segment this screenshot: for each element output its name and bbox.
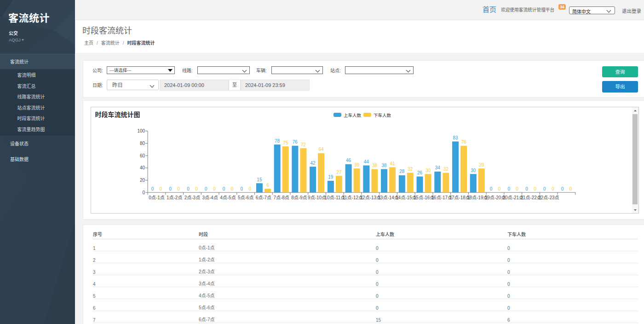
svg-text:76: 76	[461, 139, 466, 145]
svg-text:7点-8点: 7点-8点	[273, 195, 289, 200]
svg-text:0: 0	[213, 186, 215, 191]
svg-text:64: 64	[318, 147, 324, 152]
svg-text:0: 0	[498, 186, 500, 191]
svg-text:42: 42	[310, 160, 316, 165]
svg-text:0: 0	[561, 186, 564, 191]
svg-text:78: 78	[275, 138, 280, 143]
svg-text:0: 0	[248, 186, 251, 191]
svg-text:0: 0	[195, 186, 198, 191]
svg-text:34: 34	[435, 165, 440, 170]
svg-text:15: 15	[257, 177, 262, 182]
svg-text:0: 0	[177, 186, 180, 191]
svg-text:30: 30	[426, 168, 431, 173]
svg-text:0: 0	[222, 186, 225, 191]
svg-text:22点-23点: 22点-23点	[538, 195, 559, 200]
svg-text:0: 0	[551, 186, 554, 191]
svg-text:60: 60	[139, 153, 145, 158]
svg-text:0: 0	[569, 186, 572, 191]
svg-text:0: 0	[240, 186, 243, 191]
svg-text:46: 46	[346, 158, 351, 163]
svg-text:0: 0	[230, 186, 233, 191]
svg-text:44: 44	[363, 159, 369, 164]
svg-text:80: 80	[139, 140, 145, 145]
svg-text:72: 72	[300, 142, 306, 147]
svg-text:0: 0	[534, 186, 536, 191]
svg-text:20: 20	[139, 178, 145, 183]
svg-text:27: 27	[336, 169, 342, 174]
svg-text:4点-5点: 4点-5点	[220, 195, 236, 200]
svg-text:0: 0	[169, 186, 172, 191]
svg-text:1点-2点: 1点-2点	[166, 195, 182, 200]
svg-text:3点-4点: 3点-4点	[202, 195, 218, 200]
svg-text:0: 0	[142, 190, 145, 195]
svg-text:0: 0	[507, 186, 510, 191]
svg-text:32: 32	[408, 166, 413, 171]
svg-text:6点-7点: 6点-7点	[255, 195, 271, 200]
svg-text:0: 0	[543, 186, 546, 191]
svg-text:0: 0	[151, 186, 154, 191]
svg-text:32: 32	[443, 166, 448, 171]
svg-text:76: 76	[292, 139, 298, 145]
svg-text:9点-10点: 9点-10点	[308, 195, 326, 200]
svg-text:38: 38	[381, 162, 387, 168]
svg-text:28: 28	[399, 169, 405, 174]
svg-text:83: 83	[453, 135, 458, 140]
svg-text:30: 30	[471, 168, 476, 173]
svg-text:0点-1点: 0点-1点	[149, 195, 164, 200]
svg-text:19: 19	[328, 174, 334, 179]
svg-text:38: 38	[372, 162, 377, 168]
svg-text:0: 0	[525, 186, 528, 191]
svg-text:5点-6点: 5点-6点	[237, 195, 253, 200]
svg-text:6: 6	[266, 182, 269, 187]
svg-text:26: 26	[417, 170, 423, 175]
svg-text:0: 0	[187, 186, 190, 191]
svg-text:75: 75	[283, 140, 288, 145]
svg-text:40: 40	[139, 165, 145, 170]
svg-text:2点-3点: 2点-3点	[184, 195, 200, 200]
svg-text:0: 0	[489, 186, 492, 191]
svg-text:100: 100	[137, 128, 145, 133]
svg-text:8点-9点: 8点-9点	[291, 195, 307, 200]
svg-text:0: 0	[159, 186, 162, 191]
svg-text:0: 0	[516, 186, 518, 191]
svg-text:39: 39	[479, 162, 484, 167]
svg-text:39: 39	[354, 162, 360, 167]
svg-text:41: 41	[390, 161, 395, 166]
svg-text:0: 0	[204, 186, 207, 191]
